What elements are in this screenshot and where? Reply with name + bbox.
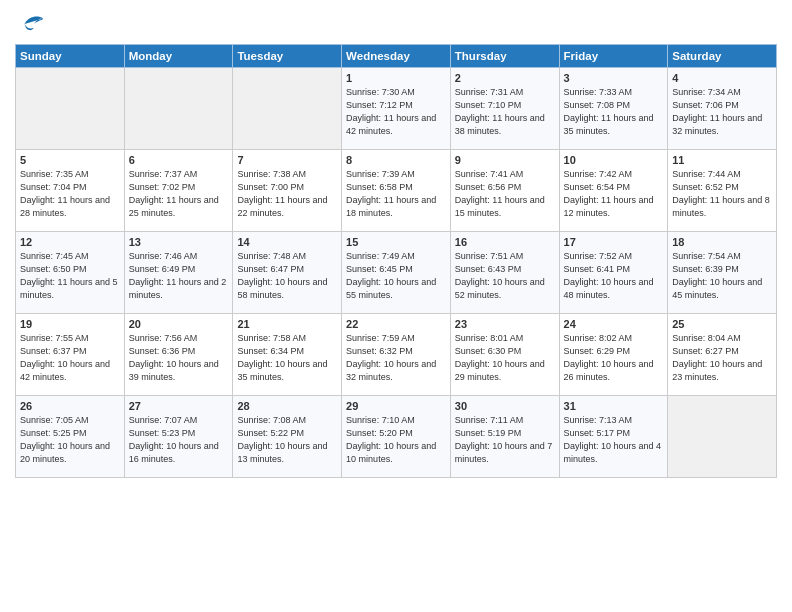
day-number: 10 [564, 154, 664, 166]
day-info: Sunrise: 8:02 AMSunset: 6:29 PMDaylight:… [564, 333, 654, 382]
day-number: 22 [346, 318, 446, 330]
day-number: 26 [20, 400, 120, 412]
day-number: 17 [564, 236, 664, 248]
day-info: Sunrise: 7:44 AMSunset: 6:52 PMDaylight:… [672, 169, 770, 218]
page-container: SundayMondayTuesdayWednesdayThursdayFrid… [0, 0, 792, 488]
day-info: Sunrise: 7:58 AMSunset: 6:34 PMDaylight:… [237, 333, 327, 382]
day-info: Sunrise: 7:49 AMSunset: 6:45 PMDaylight:… [346, 251, 436, 300]
calendar-cell: 16Sunrise: 7:51 AMSunset: 6:43 PMDayligh… [450, 232, 559, 314]
calendar-cell [16, 68, 125, 150]
day-header-tuesday: Tuesday [233, 45, 342, 68]
day-info: Sunrise: 7:10 AMSunset: 5:20 PMDaylight:… [346, 415, 436, 464]
day-info: Sunrise: 7:05 AMSunset: 5:25 PMDaylight:… [20, 415, 110, 464]
calendar-cell: 22Sunrise: 7:59 AMSunset: 6:32 PMDayligh… [342, 314, 451, 396]
day-number: 29 [346, 400, 446, 412]
day-number: 24 [564, 318, 664, 330]
day-info: Sunrise: 7:39 AMSunset: 6:58 PMDaylight:… [346, 169, 436, 218]
calendar-cell: 24Sunrise: 8:02 AMSunset: 6:29 PMDayligh… [559, 314, 668, 396]
day-info: Sunrise: 7:13 AMSunset: 5:17 PMDaylight:… [564, 415, 662, 464]
day-number: 9 [455, 154, 555, 166]
day-number: 27 [129, 400, 229, 412]
day-header-thursday: Thursday [450, 45, 559, 68]
day-number: 3 [564, 72, 664, 84]
day-info: Sunrise: 7:56 AMSunset: 6:36 PMDaylight:… [129, 333, 219, 382]
day-info: Sunrise: 7:30 AMSunset: 7:12 PMDaylight:… [346, 87, 436, 136]
day-info: Sunrise: 7:54 AMSunset: 6:39 PMDaylight:… [672, 251, 762, 300]
day-info: Sunrise: 7:59 AMSunset: 6:32 PMDaylight:… [346, 333, 436, 382]
calendar-cell: 27Sunrise: 7:07 AMSunset: 5:23 PMDayligh… [124, 396, 233, 478]
day-number: 28 [237, 400, 337, 412]
day-info: Sunrise: 7:55 AMSunset: 6:37 PMDaylight:… [20, 333, 110, 382]
calendar-cell: 7Sunrise: 7:38 AMSunset: 7:00 PMDaylight… [233, 150, 342, 232]
calendar-cell: 13Sunrise: 7:46 AMSunset: 6:49 PMDayligh… [124, 232, 233, 314]
calendar-cell: 26Sunrise: 7:05 AMSunset: 5:25 PMDayligh… [16, 396, 125, 478]
calendar-cell [668, 396, 777, 478]
day-info: Sunrise: 7:33 AMSunset: 7:08 PMDaylight:… [564, 87, 654, 136]
calendar-cell: 25Sunrise: 8:04 AMSunset: 6:27 PMDayligh… [668, 314, 777, 396]
day-info: Sunrise: 7:48 AMSunset: 6:47 PMDaylight:… [237, 251, 327, 300]
page-header [15, 10, 777, 36]
day-number: 19 [20, 318, 120, 330]
day-number: 13 [129, 236, 229, 248]
calendar-cell [124, 68, 233, 150]
calendar-cell: 18Sunrise: 7:54 AMSunset: 6:39 PMDayligh… [668, 232, 777, 314]
day-info: Sunrise: 7:11 AMSunset: 5:19 PMDaylight:… [455, 415, 553, 464]
calendar-cell: 6Sunrise: 7:37 AMSunset: 7:02 PMDaylight… [124, 150, 233, 232]
calendar-cell: 15Sunrise: 7:49 AMSunset: 6:45 PMDayligh… [342, 232, 451, 314]
calendar-cell: 5Sunrise: 7:35 AMSunset: 7:04 PMDaylight… [16, 150, 125, 232]
day-number: 15 [346, 236, 446, 248]
calendar-cell: 28Sunrise: 7:08 AMSunset: 5:22 PMDayligh… [233, 396, 342, 478]
day-info: Sunrise: 7:35 AMSunset: 7:04 PMDaylight:… [20, 169, 110, 218]
week-row-2: 5Sunrise: 7:35 AMSunset: 7:04 PMDaylight… [16, 150, 777, 232]
day-header-wednesday: Wednesday [342, 45, 451, 68]
calendar-cell: 23Sunrise: 8:01 AMSunset: 6:30 PMDayligh… [450, 314, 559, 396]
calendar-cell [233, 68, 342, 150]
calendar-cell: 3Sunrise: 7:33 AMSunset: 7:08 PMDaylight… [559, 68, 668, 150]
day-number: 18 [672, 236, 772, 248]
day-number: 31 [564, 400, 664, 412]
header-row: SundayMondayTuesdayWednesdayThursdayFrid… [16, 45, 777, 68]
calendar-cell: 31Sunrise: 7:13 AMSunset: 5:17 PMDayligh… [559, 396, 668, 478]
day-info: Sunrise: 7:34 AMSunset: 7:06 PMDaylight:… [672, 87, 762, 136]
calendar-cell: 30Sunrise: 7:11 AMSunset: 5:19 PMDayligh… [450, 396, 559, 478]
day-info: Sunrise: 7:38 AMSunset: 7:00 PMDaylight:… [237, 169, 327, 218]
calendar-cell: 11Sunrise: 7:44 AMSunset: 6:52 PMDayligh… [668, 150, 777, 232]
calendar-cell: 4Sunrise: 7:34 AMSunset: 7:06 PMDaylight… [668, 68, 777, 150]
calendar-cell: 9Sunrise: 7:41 AMSunset: 6:56 PMDaylight… [450, 150, 559, 232]
calendar-cell: 17Sunrise: 7:52 AMSunset: 6:41 PMDayligh… [559, 232, 668, 314]
week-row-4: 19Sunrise: 7:55 AMSunset: 6:37 PMDayligh… [16, 314, 777, 396]
day-number: 21 [237, 318, 337, 330]
day-number: 14 [237, 236, 337, 248]
day-info: Sunrise: 8:04 AMSunset: 6:27 PMDaylight:… [672, 333, 762, 382]
day-number: 12 [20, 236, 120, 248]
day-info: Sunrise: 8:01 AMSunset: 6:30 PMDaylight:… [455, 333, 545, 382]
day-number: 7 [237, 154, 337, 166]
day-info: Sunrise: 7:08 AMSunset: 5:22 PMDaylight:… [237, 415, 327, 464]
day-number: 20 [129, 318, 229, 330]
calendar-cell: 12Sunrise: 7:45 AMSunset: 6:50 PMDayligh… [16, 232, 125, 314]
day-number: 8 [346, 154, 446, 166]
calendar-cell: 10Sunrise: 7:42 AMSunset: 6:54 PMDayligh… [559, 150, 668, 232]
day-number: 16 [455, 236, 555, 248]
day-info: Sunrise: 7:51 AMSunset: 6:43 PMDaylight:… [455, 251, 545, 300]
day-number: 30 [455, 400, 555, 412]
week-row-1: 1Sunrise: 7:30 AMSunset: 7:12 PMDaylight… [16, 68, 777, 150]
day-info: Sunrise: 7:45 AMSunset: 6:50 PMDaylight:… [20, 251, 118, 300]
logo-bird-icon [17, 10, 45, 38]
calendar-cell: 21Sunrise: 7:58 AMSunset: 6:34 PMDayligh… [233, 314, 342, 396]
day-info: Sunrise: 7:37 AMSunset: 7:02 PMDaylight:… [129, 169, 219, 218]
week-row-5: 26Sunrise: 7:05 AMSunset: 5:25 PMDayligh… [16, 396, 777, 478]
day-info: Sunrise: 7:41 AMSunset: 6:56 PMDaylight:… [455, 169, 545, 218]
week-row-3: 12Sunrise: 7:45 AMSunset: 6:50 PMDayligh… [16, 232, 777, 314]
calendar-cell: 29Sunrise: 7:10 AMSunset: 5:20 PMDayligh… [342, 396, 451, 478]
day-number: 1 [346, 72, 446, 84]
day-info: Sunrise: 7:07 AMSunset: 5:23 PMDaylight:… [129, 415, 219, 464]
calendar-table: SundayMondayTuesdayWednesdayThursdayFrid… [15, 44, 777, 478]
calendar-cell: 2Sunrise: 7:31 AMSunset: 7:10 PMDaylight… [450, 68, 559, 150]
day-header-friday: Friday [559, 45, 668, 68]
day-number: 2 [455, 72, 555, 84]
calendar-cell: 14Sunrise: 7:48 AMSunset: 6:47 PMDayligh… [233, 232, 342, 314]
calendar-cell: 8Sunrise: 7:39 AMSunset: 6:58 PMDaylight… [342, 150, 451, 232]
day-number: 4 [672, 72, 772, 84]
day-header-saturday: Saturday [668, 45, 777, 68]
